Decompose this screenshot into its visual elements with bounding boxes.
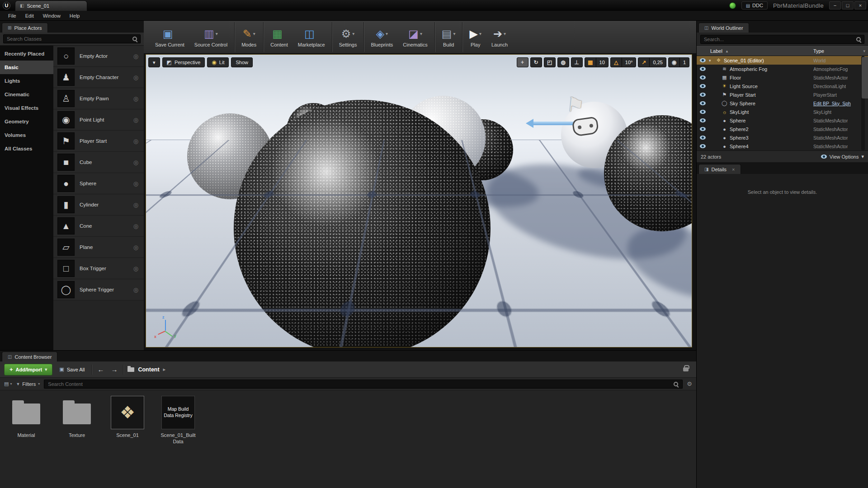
minimize-button[interactable]: − [829, 1, 841, 9]
sources-panel-toggle[interactable]: ▤ ▾ [4, 381, 12, 387]
toolbar-button[interactable]: ▣ ▾ Save Current [150, 22, 189, 52]
breadcrumb[interactable]: Content ▸ [127, 366, 165, 373]
add-import-button[interactable]: + Add/Import ▾ [4, 364, 52, 375]
toolbar-button[interactable]: ▦ ▾ Content [263, 22, 293, 52]
grab-handle-icon[interactable]: ◎ [133, 265, 138, 272]
column-label[interactable]: Label [710, 48, 722, 54]
viewport-tool-button[interactable]: ◍ [557, 57, 569, 67]
close-details-icon[interactable]: × [732, 167, 735, 172]
visibility-eye-icon[interactable] [700, 84, 706, 88]
unreal-logo-icon[interactable]: U [3, 2, 10, 9]
place-actor-item[interactable]: ♟ Empty Character ◎ [53, 67, 144, 88]
viewport-tool-button[interactable]: ↗ 0,25 [638, 57, 666, 67]
forward-button[interactable]: → [109, 366, 119, 373]
status-indicator-icon[interactable] [729, 2, 736, 9]
perspective-button[interactable]: ◩ Perspective [162, 57, 205, 67]
toolbar-button[interactable]: ➔ ▾ Launch [486, 22, 513, 52]
visibility-eye-icon[interactable] [700, 93, 706, 97]
scrollbar-thumb[interactable] [862, 57, 868, 99]
category-item[interactable]: Volumes [0, 128, 53, 142]
outliner-row[interactable]: ▾ ● Sphere3 StaticMeshActor [697, 133, 868, 142]
toolbar-button[interactable]: ▶ ▾ Play [462, 22, 486, 52]
place-actor-item[interactable]: ▲ Cone ◎ [53, 216, 144, 237]
viewport-tool-button[interactable]: + [517, 57, 528, 67]
asset-tile[interactable]: Map Build Data Registry Scene_01_Built D… [158, 396, 198, 445]
viewport-tool-button[interactable]: ◰ [544, 57, 556, 67]
ddc-button[interactable]: ▤ DDC [741, 1, 768, 9]
grab-handle-icon[interactable]: ◎ [133, 117, 138, 123]
asset-tile[interactable]: Texture [57, 396, 97, 439]
category-item[interactable]: Recently Placed [0, 47, 53, 61]
grab-handle-icon[interactable]: ◎ [133, 244, 138, 251]
search-content-input[interactable] [44, 380, 683, 389]
viewport-tool-button[interactable]: ◉ 1 [668, 57, 689, 67]
menu-item[interactable]: Help [65, 12, 85, 20]
category-item[interactable]: Lights [0, 74, 53, 88]
menu-item[interactable]: Edit [21, 12, 38, 20]
viewport-tool-button[interactable]: ↻ [530, 57, 542, 67]
place-actor-item[interactable]: ▱ Plane ◎ [53, 237, 144, 258]
place-actor-item[interactable]: ■ Cube ◎ [53, 152, 144, 173]
grab-handle-icon[interactable]: ◎ [133, 95, 138, 102]
asset-tile[interactable]: Material [6, 396, 46, 439]
visibility-eye-icon[interactable] [700, 127, 706, 131]
grab-handle-icon[interactable]: ◎ [133, 138, 138, 145]
place-actor-item[interactable]: □ Box Trigger ◎ [53, 258, 144, 279]
outliner-row[interactable]: ▾ ☼ SkyLight SkyLight [697, 108, 868, 116]
toolbar-button[interactable]: ◪ ▾ Cinematics [398, 22, 432, 52]
outliner-scrollbar[interactable] [861, 56, 865, 150]
tab-content-browser[interactable]: ◫ Content Browser [2, 352, 57, 361]
save-all-button[interactable]: ▣ Save All [57, 366, 87, 372]
visibility-eye-icon[interactable] [700, 75, 706, 80]
outliner-row[interactable]: ▾ ● Sphere2 StaticMeshActor [697, 125, 868, 133]
toolbar-button[interactable]: ◫ ▾ Marketplace [293, 22, 330, 52]
grab-handle-icon[interactable]: ◎ [133, 202, 138, 208]
grab-handle-icon[interactable]: ◎ [133, 180, 138, 187]
outliner-row[interactable]: ▾ ❖ Scene_01 (Editor) World [697, 56, 868, 65]
view-options-button[interactable]: View Options ▾ [821, 154, 864, 160]
lit-mode-button[interactable]: ◉ Lit [207, 57, 229, 67]
place-actor-item[interactable]: ◯ Sphere Trigger ◎ [53, 279, 144, 300]
viewport-options-button[interactable]: ▾ [148, 57, 160, 67]
grab-handle-icon[interactable]: ◎ [133, 159, 138, 166]
outliner-row[interactable]: ▾ ▦ Floor StaticMeshActor [697, 73, 868, 82]
restore-button[interactable]: □ [842, 1, 854, 9]
breadcrumb-arrow-icon[interactable]: ▸ [163, 367, 165, 372]
outliner-row[interactable]: ▾ ☀ Light Source DirectionalLight [697, 82, 868, 90]
toolbar-button[interactable]: ◈ ▾ Blueprints [363, 22, 398, 52]
visibility-eye-icon[interactable] [700, 101, 706, 105]
show-button[interactable]: Show [231, 57, 253, 67]
category-item[interactable]: Geometry [0, 115, 53, 128]
viewport-tool-button[interactable]: ⊥ [571, 57, 583, 67]
viewport-tool-button[interactable]: ▦ 10 [585, 57, 609, 67]
tab-details[interactable]: ◨ Details × [698, 164, 741, 174]
viewport-3d-scene[interactable]: ⚑ z y x [146, 55, 692, 347]
outliner-row[interactable]: ▾ ● Sphere4 StaticMeshActor [697, 142, 868, 150]
visibility-eye-icon[interactable] [700, 110, 706, 114]
sphere-actor[interactable] [234, 100, 491, 347]
toolbar-button[interactable]: ⚙ ▾ Settings [332, 22, 362, 52]
visibility-eye-icon[interactable] [700, 67, 706, 71]
place-actor-item[interactable]: ♙ Empty Pawn ◎ [53, 88, 144, 109]
visibility-eye-icon[interactable] [700, 136, 706, 140]
menu-item[interactable]: Window [38, 12, 65, 20]
back-button[interactable]: ← [96, 366, 105, 373]
toolbar-button[interactable]: ▤ ▾ Build [434, 22, 461, 52]
header-filter-icon[interactable]: ▾ [863, 49, 865, 53]
visibility-eye-icon[interactable] [700, 144, 706, 148]
outliner-row[interactable]: ▾ ● Sphere StaticMeshActor [697, 116, 868, 125]
search-classes-input[interactable] [3, 34, 141, 43]
visibility-eye-icon[interactable] [700, 58, 706, 62]
tab-place-actors[interactable]: ⊞ Place Actors [2, 23, 48, 33]
category-item[interactable]: Visual Effects [0, 101, 53, 115]
directional-light-gizmo-arrow[interactable] [533, 122, 579, 125]
place-actor-item[interactable]: ⚑ Player Start ◎ [53, 131, 144, 152]
category-item[interactable]: Cinematic [0, 88, 53, 101]
grab-handle-icon[interactable]: ◎ [133, 223, 138, 230]
outliner-row[interactable]: ▾ ≋ Atmospheric Fog AtmosphericFog [697, 65, 868, 73]
outliner-row[interactable]: ▾ ⚑ Player Start PlayerStart [697, 90, 868, 99]
menu-item[interactable]: File [4, 12, 21, 20]
viewport-tool-button[interactable]: △ 10° [610, 57, 637, 67]
close-button[interactable]: × [854, 1, 866, 9]
place-actor-item[interactable]: ● Sphere ◎ [53, 173, 144, 194]
